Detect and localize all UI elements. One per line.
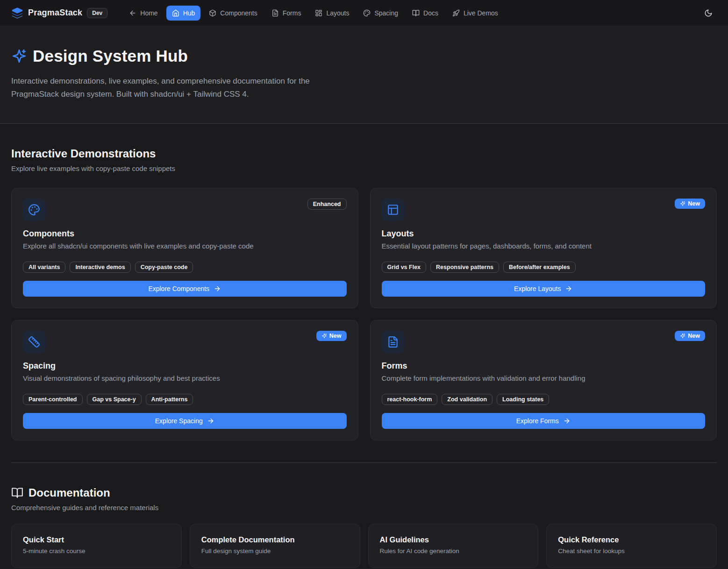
tag: Gap vs Space-y xyxy=(87,394,142,405)
arrow-left-icon xyxy=(129,9,136,17)
doc-card-title: AI Guidelines xyxy=(380,535,527,544)
tag: Parent-controlled xyxy=(23,394,83,405)
nav-item-components[interactable]: Components xyxy=(203,6,263,21)
nav-item-label: Hub xyxy=(183,9,195,17)
sparkles-icon xyxy=(680,333,685,339)
palette-icon xyxy=(23,199,45,221)
card-title: Layouts xyxy=(382,229,706,239)
main-content: Interactive Demonstrations Explore live … xyxy=(0,124,728,569)
card-title: Forms xyxy=(382,361,706,371)
book-open-icon xyxy=(412,9,420,17)
cta-label: Explore Components xyxy=(148,285,209,292)
layout-dashboard-icon xyxy=(315,9,322,17)
file-text-icon xyxy=(271,9,279,17)
palette-icon xyxy=(363,9,371,17)
cta-label: Explore Layouts xyxy=(514,285,561,292)
book-open-icon xyxy=(11,487,23,499)
nav-item-label: Spacing xyxy=(374,9,398,17)
explore-forms-button[interactable]: Explore Forms xyxy=(382,413,706,429)
sparkles-icon xyxy=(11,48,27,64)
nav-item-live-demos[interactable]: Live Demos xyxy=(447,6,504,21)
card-title: Components xyxy=(23,229,347,239)
nav-item-docs[interactable]: Docs xyxy=(407,6,444,21)
arrow-right-icon xyxy=(563,417,571,425)
arrow-right-icon xyxy=(565,285,572,292)
demos-section-header: Interactive Demonstrations Explore live … xyxy=(11,124,717,172)
nav-menu: Home Hub Components Forms Layouts Spacin… xyxy=(123,6,504,21)
demo-cards-grid: Enhanced Components Explore all shadcn/u… xyxy=(11,188,717,441)
doc-card-complete-documentation[interactable]: Complete Documentation Full design syste… xyxy=(190,524,360,568)
tag: Copy-paste code xyxy=(135,262,193,273)
card-description: Complete form implementations with valid… xyxy=(382,374,706,382)
docs-section-header: Documentation Comprehensive guides and r… xyxy=(11,463,717,512)
badge-label: New xyxy=(688,200,700,207)
tag: Interactive demos xyxy=(70,262,130,273)
arrow-right-icon xyxy=(207,417,214,425)
sparkles-icon xyxy=(680,201,685,206)
page-title: Design System Hub xyxy=(33,47,188,65)
card-components: Enhanced Components Explore all shadcn/u… xyxy=(11,188,358,308)
nav-right xyxy=(700,5,717,21)
nav-item-spacing[interactable]: Spacing xyxy=(357,6,404,21)
new-badge: New xyxy=(675,199,705,209)
sparkles-icon xyxy=(321,333,327,339)
brand: PragmaStack Dev xyxy=(11,7,107,19)
house-icon xyxy=(172,9,179,17)
explore-spacing-button[interactable]: Explore Spacing xyxy=(23,413,347,429)
nav-item-layouts[interactable]: Layouts xyxy=(309,6,355,21)
badge-label: New xyxy=(688,333,700,339)
nav-item-hub[interactable]: Hub xyxy=(166,6,201,21)
doc-card-subtitle: 5-minute crash course xyxy=(23,548,170,555)
top-navbar: PragmaStack Dev Home Hub Components Form… xyxy=(0,0,728,26)
tag: react-hook-form xyxy=(382,394,438,405)
theme-toggle-button[interactable] xyxy=(700,5,717,21)
arrow-right-icon xyxy=(214,285,221,292)
nav-item-label: Forms xyxy=(283,9,301,17)
card-description: Essential layout patterns for pages, das… xyxy=(382,242,706,250)
card-forms: New Forms Complete form implementations … xyxy=(370,320,717,441)
doc-card-ai-guidelines[interactable]: AI Guidelines Rules for AI code generati… xyxy=(368,524,539,568)
doc-card-title: Quick Start xyxy=(23,535,170,544)
ruler-icon xyxy=(23,331,45,353)
cta-label: Explore Spacing xyxy=(155,417,203,425)
tag: All variants xyxy=(23,262,65,273)
doc-card-quick-start[interactable]: Quick Start 5-minute crash course xyxy=(11,524,182,568)
card-layouts: New Layouts Essential layout patterns fo… xyxy=(370,188,717,308)
doc-card-subtitle: Rules for AI code generation xyxy=(380,548,527,555)
badge-label: New xyxy=(329,333,342,339)
tag: Responsive patterns xyxy=(430,262,499,273)
package-icon xyxy=(209,9,216,17)
nav-item-forms[interactable]: Forms xyxy=(266,6,307,21)
tag: Grid vs Flex xyxy=(382,262,427,273)
tag-row: Grid vs Flex Responsive patterns Before/… xyxy=(382,262,706,273)
doc-card-quick-reference[interactable]: Quick Reference Cheat sheet for lookups xyxy=(546,524,717,568)
enhanced-badge: Enhanced xyxy=(307,199,347,210)
explore-components-button[interactable]: Explore Components xyxy=(23,281,347,297)
layout-panel-icon xyxy=(382,199,404,221)
card-spacing: New Spacing Visual demonstrations of spa… xyxy=(11,320,358,441)
page-description: Interactive demonstrations, live example… xyxy=(11,75,359,101)
new-badge: New xyxy=(675,331,705,341)
hero-section: Design System Hub Interactive demonstrat… xyxy=(0,26,728,124)
moon-icon xyxy=(704,9,713,17)
nav-item-label: Components xyxy=(220,9,257,17)
tag-row: Parent-controlled Gap vs Space-y Anti-pa… xyxy=(23,394,347,405)
dev-badge: Dev xyxy=(87,8,107,18)
nav-item-label: Docs xyxy=(423,9,438,17)
tag-row: react-hook-form Zod validation Loading s… xyxy=(382,394,706,405)
nav-item-label: Home xyxy=(140,9,157,17)
tag: Zod validation xyxy=(442,394,492,405)
explore-layouts-button[interactable]: Explore Layouts xyxy=(382,281,706,297)
file-text-icon xyxy=(382,331,404,353)
tag: Loading states xyxy=(497,394,549,405)
docs-heading: Documentation xyxy=(29,486,110,499)
tag: Before/after examples xyxy=(503,262,576,273)
tag-row: All variants Interactive demos Copy-past… xyxy=(23,262,347,273)
card-title: Spacing xyxy=(23,361,347,371)
rocket-icon xyxy=(452,9,460,17)
nav-item-home[interactable]: Home xyxy=(123,6,163,21)
cta-label: Explore Forms xyxy=(516,417,559,425)
doc-card-title: Complete Documentation xyxy=(201,535,349,544)
brand-name: PragmaStack xyxy=(28,8,82,18)
nav-item-label: Layouts xyxy=(326,9,349,17)
